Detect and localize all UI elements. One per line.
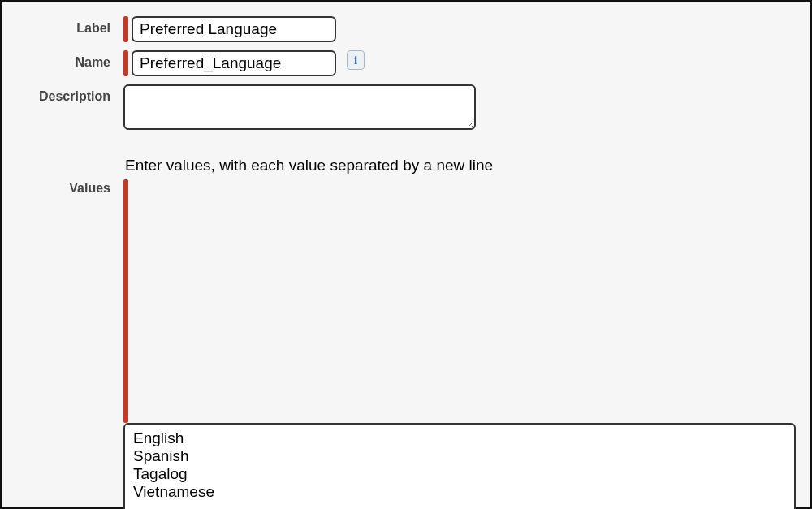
row-description: Description (16, 84, 796, 134)
name-input[interactable] (132, 50, 336, 76)
row-label: Label (16, 16, 796, 42)
label-for-name: Name (16, 50, 123, 70)
field-col-name: i (123, 50, 796, 76)
label-for-label: Label (16, 16, 123, 36)
info-icon[interactable]: i (347, 50, 365, 70)
field-col-values: Enter values, with each value separated … (123, 157, 796, 509)
required-indicator-icon (123, 179, 128, 423)
description-textarea[interactable] (123, 84, 476, 130)
field-definition-panel: Label Name i Description Values Enter va… (0, 0, 812, 509)
row-values: Values Enter values, with each value sep… (16, 157, 796, 509)
label-for-values: Values (16, 157, 123, 196)
values-hint-text: Enter values, with each value separated … (123, 157, 796, 175)
field-col-description (123, 84, 796, 134)
row-name: Name i (16, 50, 796, 76)
values-textarea[interactable] (123, 423, 796, 509)
field-col-label (123, 16, 796, 42)
required-indicator-icon (123, 50, 128, 76)
label-input[interactable] (132, 16, 336, 42)
required-indicator-icon (123, 16, 128, 42)
label-for-description: Description (16, 84, 123, 104)
